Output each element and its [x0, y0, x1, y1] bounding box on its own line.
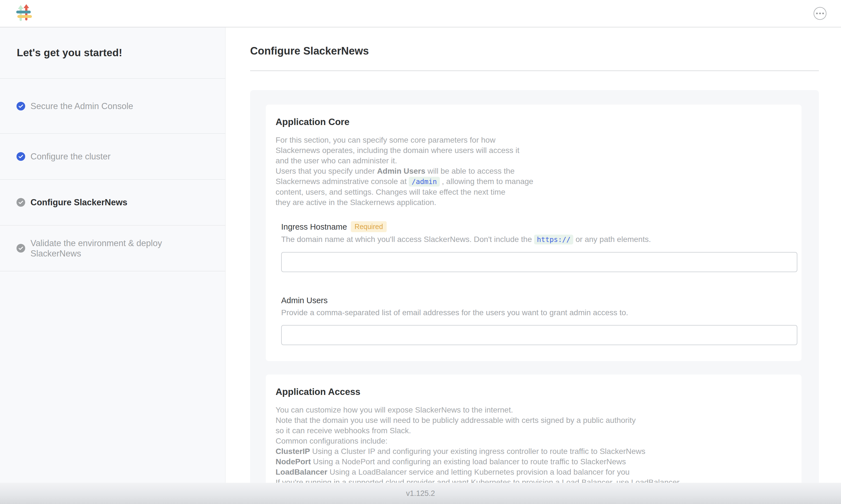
description-line: LoadBalancer Using a LoadBalancer servic… [275, 467, 793, 477]
page-title: Configure SlackerNews [250, 45, 819, 57]
description-line: NodePort Using a NodePort and configurin… [275, 456, 793, 467]
description-line: so it can receive webhooks from Slack. [275, 426, 793, 436]
application-access-description: You can customize how you will expose Sl… [275, 405, 793, 487]
sidebar-step-configure-slackernews[interactable]: Configure SlackerNews [0, 180, 225, 226]
overflow-menu-button[interactable] [813, 7, 826, 20]
code-chip: https:// [534, 235, 573, 245]
sidebar-step-configure-the-cluster[interactable]: Configure the cluster [0, 134, 225, 180]
onboarding-wizard-window: Let's get you started! Secure the Admin … [0, 0, 841, 504]
step-label: Secure the Admin Console [31, 101, 133, 111]
description-line: they are active in the Slackernews appli… [275, 197, 793, 208]
top-bar [0, 0, 841, 28]
card-title-application-access: Application Access [275, 386, 793, 397]
version-label: v1.125.2 [406, 489, 435, 498]
description-line: and the user who can administer it. [275, 156, 793, 166]
step-label: Configure the cluster [31, 151, 110, 162]
config-panel: Application Core For this section, you c… [250, 90, 819, 504]
check-circle-icon [17, 152, 25, 161]
ingress-hostname-input[interactable] [281, 252, 798, 272]
content-area: Let's get you started! Secure the Admin … [0, 28, 841, 504]
colorful-hash-logo-icon [16, 4, 32, 23]
sidebar-header: Let's get you started! [0, 28, 225, 78]
app-logo [16, 4, 32, 23]
step-label: Configure SlackerNews [31, 197, 127, 208]
main-content: Configure SlackerNews Application Core F… [226, 28, 841, 504]
setup-steps-sidebar: Let's get you started! Secure the Admin … [0, 28, 226, 504]
admin-users-help: Provide a comma-separated list of email … [281, 307, 793, 318]
ingress-hostname-label: Ingress Hostname [281, 222, 347, 232]
card-title-application-core: Application Core [275, 116, 793, 128]
title-divider [250, 71, 819, 71]
version-footer: v1.125.2 [0, 483, 841, 504]
description-line: Note that the domain you use will need t… [275, 415, 793, 426]
application-core-card: Application Core For this section, you c… [266, 105, 802, 361]
description-line: content, users, and settings. Changes wi… [275, 187, 793, 197]
sidebar-title: Let's get you started! [17, 47, 122, 59]
step-label: Validate the environment & deploy Slacke… [31, 238, 209, 259]
description-line: You can customize how you will expose Sl… [275, 405, 793, 415]
description-line: Common configurations include: [275, 436, 793, 446]
application-core-description: For this section, you can specify some c… [275, 135, 793, 208]
required-badge: Required [351, 221, 387, 232]
ingress-hostname-help: The domain name at which you'll access S… [281, 234, 793, 245]
description-line: ClusterIP Using a Cluster IP and configu… [275, 446, 793, 456]
admin-users-label: Admin Users [281, 295, 328, 305]
description-line: Users that you specify under Admin Users… [275, 166, 793, 176]
check-circle-icon [17, 102, 25, 110]
check-circle-icon [17, 198, 25, 207]
code-chip: /admin [409, 177, 440, 186]
description-line: Slackernews operates, including the doma… [275, 145, 793, 156]
check-circle-icon [17, 244, 25, 253]
description-line: Slackernews adminstrative console at /ad… [275, 176, 793, 187]
ellipsis-circle-icon [816, 13, 818, 14]
sidebar-step-secure-the-admin-console[interactable]: Secure the Admin Console [0, 78, 225, 134]
admin-users-field: Admin Users Provide a comma-separated li… [281, 295, 793, 345]
sidebar-step-validate-the-environment-deploy-slackernews[interactable]: Validate the environment & deploy Slacke… [0, 226, 225, 271]
step-list: Secure the Admin ConsoleConfigure the cl… [0, 78, 225, 271]
description-line: For this section, you can specify some c… [275, 135, 793, 145]
ingress-hostname-field: Ingress Hostname Required The domain nam… [281, 221, 793, 272]
admin-users-input[interactable] [281, 325, 798, 345]
